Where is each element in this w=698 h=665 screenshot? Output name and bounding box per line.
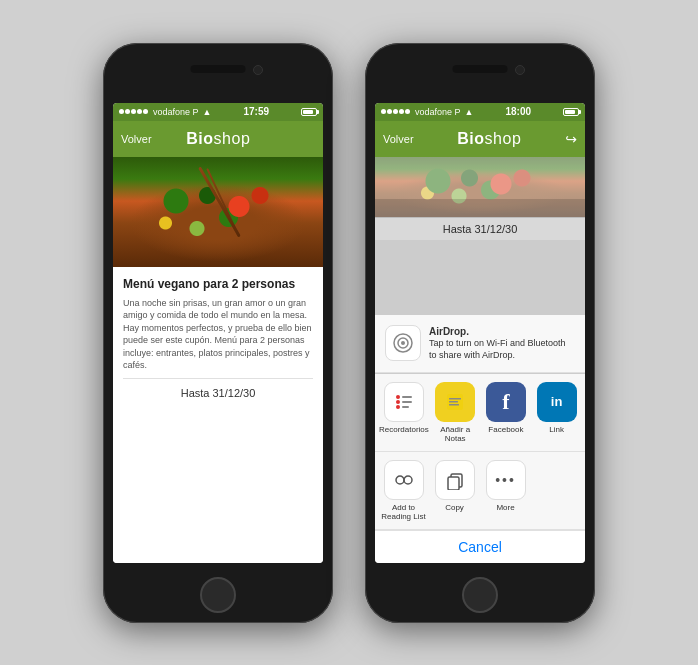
app-linkedin[interactable]: in Link [532, 382, 581, 443]
battery-fill-2 [565, 110, 575, 114]
signal-dots-2 [381, 109, 410, 114]
food-veggies [113, 157, 323, 267]
svg-point-5 [396, 405, 400, 409]
time-label-2: 18:00 [505, 106, 531, 117]
airdrop-title: AirDrop. [429, 325, 575, 338]
svg-point-14 [404, 476, 412, 484]
reminders-svg [393, 391, 415, 413]
airdrop-text: AirDrop. Tap to turn on Wi-Fi and Blueto… [429, 325, 575, 361]
notes-label: Añadir a Notas [440, 425, 470, 443]
airdrop-row[interactable]: AirDrop. Tap to turn on Wi-Fi and Blueto… [375, 315, 585, 372]
notes-svg [444, 391, 466, 413]
product-title-1: Menú vegano para 2 personas [123, 277, 313, 291]
cancel-button[interactable]: Cancel [458, 539, 502, 555]
wifi-icon-1: ▲ [203, 107, 212, 117]
notes-icon [435, 382, 475, 422]
nav-bar-1: Volver Bioshop [113, 121, 323, 157]
svg-rect-8 [402, 406, 409, 408]
reminders-label: Recordatorios [379, 425, 429, 434]
food-image-1 [113, 157, 323, 267]
linkedin-label: Link [549, 425, 564, 434]
status-left-1: vodafone P ▲ [119, 107, 211, 117]
svg-rect-6 [402, 396, 412, 398]
more-icon: ••• [486, 460, 526, 500]
facebook-label: Facebook [488, 425, 523, 434]
signal-dots [119, 109, 148, 114]
phone-2: vodafone P ▲ 18:00 Volver Bioshop ↩ [365, 43, 595, 623]
reminders-icon [384, 382, 424, 422]
action-copy[interactable]: Copy [430, 460, 479, 521]
more-label: More [496, 503, 514, 512]
product-desc-1: Una noche sin prisas, un gran amor o un … [123, 297, 313, 373]
back-button-1[interactable]: Volver [121, 133, 152, 145]
reading-list-icon [384, 460, 424, 500]
home-button-1[interactable] [200, 577, 236, 613]
status-bar-1: vodafone P ▲ 17:59 [113, 103, 323, 121]
more-dots: ••• [495, 472, 516, 488]
svg-point-2 [401, 341, 405, 345]
svg-rect-11 [449, 401, 458, 403]
reading-list-label: Add to Reading List [381, 503, 425, 521]
screen-1: vodafone P ▲ 17:59 Volver Bioshop [113, 103, 323, 563]
product-content-1: Menú vegano para 2 personas Una noche si… [113, 267, 323, 563]
svg-point-3 [396, 395, 400, 399]
svg-point-13 [396, 476, 404, 484]
title-light-1: shop [214, 130, 251, 147]
svg-rect-12 [449, 404, 459, 406]
title-bold-2: Bio [457, 130, 484, 147]
time-label-1: 17:59 [243, 106, 269, 117]
svg-point-4 [396, 400, 400, 404]
title-bold-1: Bio [186, 130, 213, 147]
linkedin-icon: in [537, 382, 577, 422]
status-left-2: vodafone P ▲ [381, 107, 473, 117]
carrier-label-2: vodafone P [415, 107, 461, 117]
phone-1: vodafone P ▲ 17:59 Volver Bioshop [103, 43, 333, 623]
share-button-2[interactable]: ↩ [565, 131, 577, 147]
airdrop-icon [385, 325, 421, 361]
battery-fill-1 [303, 110, 313, 114]
status-bar-2: vodafone P ▲ 18:00 [375, 103, 585, 121]
app-facebook[interactable]: f Facebook [482, 382, 531, 443]
app-reminders[interactable]: Recordatorios [379, 382, 429, 443]
svg-rect-7 [402, 401, 412, 403]
screen-2: vodafone P ▲ 18:00 Volver Bioshop ↩ [375, 103, 585, 563]
scene: vodafone P ▲ 17:59 Volver Bioshop [83, 23, 615, 643]
action-reading-list[interactable]: Add to Reading List [379, 460, 428, 521]
share-sheet: AirDrop. Tap to turn on Wi-Fi and Blueto… [375, 315, 585, 562]
app-notes[interactable]: Añadir a Notas [431, 382, 480, 443]
svg-rect-16 [448, 477, 459, 490]
title-light-2: shop [485, 130, 522, 147]
nav-title-2: Bioshop [414, 130, 565, 148]
home-button-2[interactable] [462, 577, 498, 613]
product-date-1: Hasta 31/12/30 [123, 378, 313, 399]
copy-svg [445, 470, 465, 490]
share-apps-row: Recordatorios Añadir a Notas [375, 374, 585, 452]
svg-rect-10 [449, 398, 461, 400]
reading-list-svg [393, 471, 415, 489]
copy-label: Copy [445, 503, 464, 512]
battery-1 [301, 108, 317, 116]
airdrop-description: Tap to turn on Wi-Fi and Bluetooth to sh… [429, 338, 566, 360]
back-button-2[interactable]: Volver [383, 133, 414, 145]
nav-bar-2: Volver Bioshop ↩ [375, 121, 585, 157]
battery-2 [563, 108, 579, 116]
carrier-label: vodafone P [153, 107, 199, 117]
action-more[interactable]: ••• More [481, 460, 530, 521]
airdrop-svg [391, 331, 415, 355]
copy-icon [435, 460, 475, 500]
wifi-icon-2: ▲ [465, 107, 474, 117]
cancel-bar: Cancel [375, 530, 585, 563]
facebook-icon: f [486, 382, 526, 422]
nav-title-1: Bioshop [152, 130, 285, 148]
share-actions-row: Add to Reading List Copy •• [375, 452, 585, 530]
